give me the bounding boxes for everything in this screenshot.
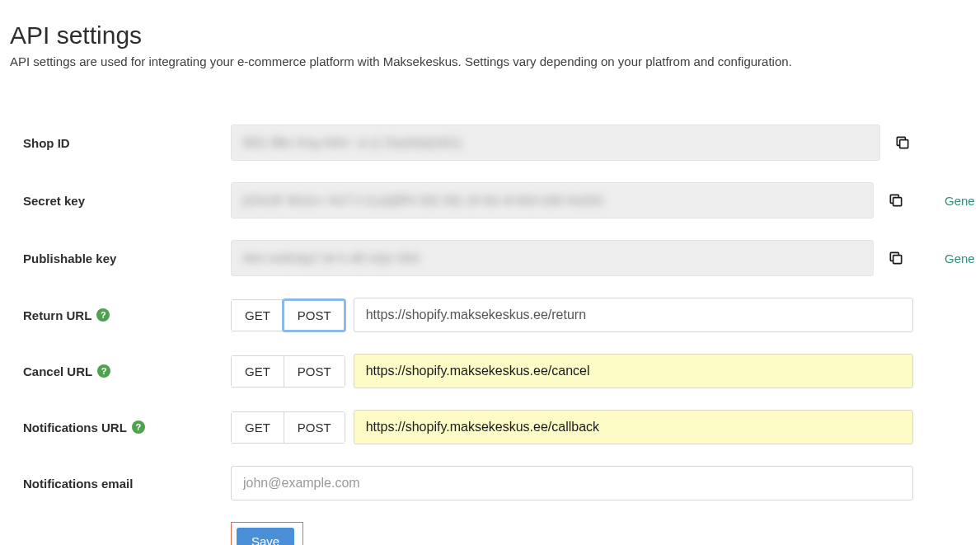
method-post-button[interactable]: POST — [284, 412, 345, 443]
copy-icon[interactable] — [892, 132, 913, 153]
label-shop-id: Shop ID — [0, 136, 231, 150]
notifications-url-input[interactable] — [354, 410, 913, 444]
svg-rect-0 — [900, 140, 908, 148]
notifications-email-input[interactable] — [231, 466, 913, 500]
method-get-button[interactable]: GET — [232, 300, 284, 331]
secret-key-value: jClmnE Wnnc+ HuT ri nLaQllFk iGlc 50L iO… — [243, 194, 605, 207]
publishable-key-field: Wm moEnkp7 (¥ h nEl eQo Gh0 — [231, 240, 874, 276]
help-icon[interactable]: ? — [97, 364, 110, 378]
page-subtitle: API settings are used for integrating yo… — [10, 54, 970, 68]
row-publishable-key: Publishable key Wm moEnkp7 (¥ h nEl eQo … — [0, 240, 980, 276]
page-title: API settings — [10, 21, 970, 49]
row-notifications-email: Notifications email — [0, 466, 913, 500]
copy-icon[interactable] — [885, 190, 907, 211]
method-toggle-notifications: GET POST — [231, 411, 345, 444]
copy-icon[interactable] — [885, 247, 907, 269]
method-toggle-return: GET POST — [231, 299, 345, 331]
shop-id-field: fd01 8lkn Kng eWo~ oi (1 East0aQni01) — [231, 125, 880, 161]
method-get-button[interactable]: GET — [232, 412, 284, 443]
row-notifications-url: Notifications URL ? GET POST — [0, 410, 913, 444]
generate-link[interactable]: Gene — [945, 251, 975, 265]
help-icon[interactable]: ? — [96, 308, 110, 322]
row-return-url: Return URL ? GET POST — [0, 298, 913, 332]
cancel-url-input[interactable] — [354, 354, 913, 388]
method-post-button[interactable]: POST — [284, 356, 345, 387]
shop-id-value: fd01 8lkn Kng eWo~ oi (1 East0aQni01) — [243, 136, 462, 149]
method-toggle-cancel: GET POST — [231, 355, 345, 388]
label-notifications-url: Notifications URL — [23, 420, 127, 435]
secret-key-field: jClmnE Wnnc+ HuT ri nLaQllFk iGlc 50L iO… — [231, 182, 874, 218]
generate-link[interactable]: Gene — [945, 194, 975, 208]
method-post-button[interactable]: POST — [284, 300, 345, 331]
row-secret-key: Secret key jClmnE Wnnc+ HuT ri nLaQllFk … — [0, 182, 980, 218]
help-icon[interactable]: ? — [132, 420, 145, 434]
label-publishable-key: Publishable key — [0, 251, 231, 265]
svg-rect-2 — [893, 256, 902, 264]
label-return-url: Return URL — [23, 308, 91, 322]
save-highlight-box: Save — [231, 522, 303, 545]
label-cancel-url: Cancel URL — [23, 364, 92, 378]
return-url-input[interactable] — [354, 298, 913, 332]
method-get-button[interactable]: GET — [232, 356, 284, 387]
label-notifications-email: Notifications email — [0, 477, 231, 491]
row-shop-id: Shop ID fd01 8lkn Kng eWo~ oi (1 East0aQ… — [0, 125, 913, 161]
label-secret-key: Secret key — [0, 194, 231, 208]
save-button[interactable]: Save — [237, 528, 294, 545]
row-cancel-url: Cancel URL ? GET POST — [0, 354, 913, 388]
publishable-key-value: Wm moEnkp7 (¥ h nEl eQo Gh0 — [243, 251, 420, 265]
svg-rect-1 — [893, 198, 902, 206]
